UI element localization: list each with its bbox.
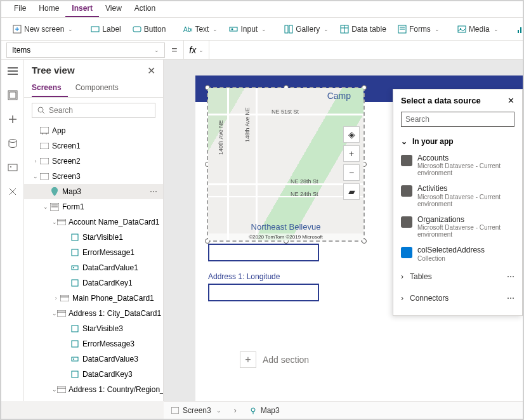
- tree-node[interactable]: ErrorMessage3: [24, 336, 163, 351]
- tree-node[interactable]: ErrorMessage1: [24, 245, 163, 260]
- tree-node-label: Main Phone_DataCard1: [72, 294, 154, 303]
- tree-node[interactable]: ›Screen2: [24, 154, 163, 169]
- expand-icon[interactable]: ›: [32, 158, 39, 164]
- text-button[interactable]: Abc Text⌄: [178, 22, 223, 36]
- tree-node[interactable]: ⌄Address 1: Country/Region_DataCard: [24, 382, 163, 397]
- tree-node[interactable]: Map3⋯: [24, 184, 163, 199]
- tools-icon[interactable]: [5, 184, 20, 199]
- canvas[interactable]: Address 1: Longitude dress + Add section: [164, 60, 523, 401]
- menu-view[interactable]: View: [99, 1, 128, 17]
- tree-node[interactable]: ›Main Phone_DataCard1: [24, 291, 163, 306]
- tables-row[interactable]: ›Tables ⋯: [401, 266, 514, 287]
- menu-file[interactable]: File: [8, 1, 32, 17]
- data-source-item[interactable]: OrganizationsMicrosoft Dataverse - Curre…: [401, 211, 514, 242]
- add-section-button[interactable]: + Add section: [240, 351, 309, 368]
- map-control[interactable]: NE 51st St NE 28th St NE 24th St 148th A…: [208, 88, 364, 240]
- tree-node[interactable]: DataCardKey1: [24, 275, 163, 291]
- tree-node-label: App: [52, 126, 65, 135]
- data-source-item[interactable]: ActivitiesMicrosoft Dataverse - Current …: [401, 180, 514, 211]
- breadcrumb-map[interactable]: Map3: [249, 406, 280, 415]
- map-zoom-out-button[interactable]: −: [343, 164, 360, 181]
- card-icon: [57, 218, 66, 226]
- map-pitch-button[interactable]: ▰: [343, 183, 360, 200]
- tree-node[interactable]: ⌄Address 1: City_DataCard1: [24, 306, 163, 321]
- ctrl-icon: [70, 279, 80, 287]
- input-button[interactable]: Input⌄: [224, 22, 272, 36]
- screen-icon: [39, 141, 49, 150]
- longitude-input-box[interactable]: [208, 284, 319, 301]
- data-source-item[interactable]: AccountsMicrosoft Dataverse - Current en…: [401, 150, 514, 180]
- tree-node[interactable]: DataCardKey3: [24, 367, 163, 382]
- tree-search-input[interactable]: Search: [32, 103, 155, 118]
- formula-input[interactable]: [209, 41, 523, 59]
- tree-node[interactable]: StarVisible1: [24, 230, 163, 245]
- map-zoom-in-button[interactable]: +: [343, 145, 360, 162]
- tree-tab-screens[interactable]: Screens: [32, 79, 68, 97]
- tree-view-icon[interactable]: [5, 88, 20, 103]
- insert-icon[interactable]: [5, 112, 20, 127]
- ctrl-icon: [70, 339, 80, 348]
- connectors-row[interactable]: ›Connectors ⋯: [401, 287, 514, 309]
- hamburger-icon[interactable]: [5, 63, 20, 79]
- data-source-item[interactable]: colSelectedAddressCollection: [401, 242, 514, 265]
- data-icon[interactable]: [5, 136, 20, 151]
- svg-rect-56: [72, 325, 78, 332]
- more-icon[interactable]: ⋯: [150, 187, 158, 196]
- tree-node-label: StarVisible1: [82, 233, 123, 242]
- tree-node[interactable]: ⌄Screen3: [24, 169, 163, 184]
- datasource-icon: [401, 155, 412, 166]
- fx-label[interactable]: fx⌄: [183, 41, 209, 59]
- close-icon[interactable]: ✕: [147, 65, 155, 77]
- tree-node[interactable]: Screen1: [24, 138, 163, 154]
- tree-node[interactable]: App: [24, 123, 163, 138]
- panel-title: Select a data source: [401, 96, 481, 105]
- more-icon[interactable]: ⋯: [507, 272, 514, 281]
- svg-line-35: [43, 112, 44, 114]
- button-button[interactable]: Button: [128, 22, 171, 36]
- form-field-box[interactable]: [208, 244, 319, 261]
- chevron-down-icon: ⌄: [401, 137, 407, 146]
- tree-title: Tree view: [32, 65, 75, 77]
- more-icon[interactable]: ⋯: [507, 294, 514, 303]
- tree-node[interactable]: DataCardValue1: [24, 260, 163, 275]
- card-icon: [60, 294, 70, 303]
- tree-node-label: StarVisible4: [82, 400, 123, 401]
- new-screen-button[interactable]: New screen⌄: [8, 22, 78, 36]
- charts-button[interactable]: Charts⌄: [511, 22, 524, 36]
- gallery-button[interactable]: Gallery⌄: [279, 22, 334, 36]
- datatable-button[interactable]: Data table: [335, 22, 391, 36]
- close-icon[interactable]: ✕: [508, 96, 514, 105]
- expand-icon[interactable]: ⌄: [32, 173, 39, 180]
- formula-bar: Items⌄ = fx⌄: [1, 41, 523, 60]
- menu-insert[interactable]: Insert: [65, 1, 99, 17]
- chevron-right-icon: ›: [401, 294, 403, 303]
- tree-node[interactable]: StarVisible3: [24, 321, 163, 336]
- left-rail: [1, 60, 24, 401]
- tree-node-label: DataCardValue3: [82, 355, 138, 364]
- map-locate-button[interactable]: ◈: [343, 126, 360, 143]
- svg-rect-52: [60, 295, 69, 301]
- map-surface[interactable]: NE 51st St NE 28th St NE 24th St 148th A…: [208, 88, 364, 240]
- in-your-app-section[interactable]: ⌄ In your app: [401, 133, 514, 150]
- expand-icon[interactable]: ⌄: [52, 386, 57, 393]
- media-icon[interactable]: [5, 160, 20, 175]
- data-source-search[interactable]: [401, 112, 514, 127]
- expand-icon[interactable]: ›: [52, 295, 60, 301]
- expand-icon[interactable]: ⌄: [52, 219, 57, 225]
- tree-node[interactable]: ⌄Form1: [24, 199, 163, 214]
- label-button[interactable]: Label: [86, 22, 126, 36]
- breadcrumb-screen[interactable]: Screen3⌄: [171, 406, 221, 415]
- tree-node[interactable]: StarVisible4: [24, 397, 163, 401]
- tree-node[interactable]: DataCardValue3: [24, 351, 163, 367]
- tree-node[interactable]: ⌄Account Name_DataCard1: [24, 214, 163, 230]
- expand-icon[interactable]: ⌄: [52, 310, 57, 317]
- svg-rect-65: [171, 407, 179, 414]
- street-label: NE 24th St: [291, 191, 318, 197]
- forms-button[interactable]: Forms⌄: [393, 22, 445, 36]
- expand-icon[interactable]: ⌄: [42, 204, 49, 210]
- media-button[interactable]: Media⌄: [452, 22, 504, 36]
- tree-tab-components[interactable]: Components: [75, 79, 125, 97]
- menu-action[interactable]: Action: [128, 1, 162, 17]
- menu-home[interactable]: Home: [32, 1, 65, 17]
- property-select[interactable]: Items⌄: [6, 43, 165, 58]
